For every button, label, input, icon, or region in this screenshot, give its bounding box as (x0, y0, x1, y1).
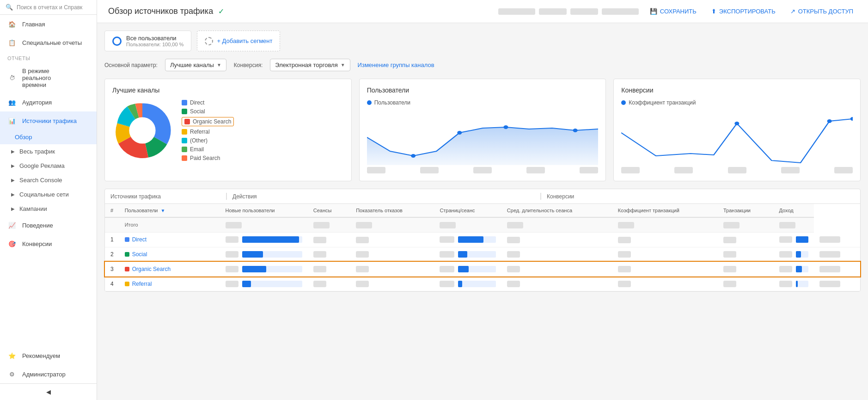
legend-paid[interactable]: Paid Search (182, 155, 234, 161)
sidebar-sub-searchconsole[interactable]: ▶ Search Console (0, 173, 97, 187)
th-num[interactable]: # (105, 204, 119, 217)
sidebar-item-recommendations[interactable]: ⭐ Рекомендуем (0, 346, 97, 365)
users-x-label-4 (526, 167, 545, 173)
conv-x-label-4 (781, 167, 800, 173)
th-channel[interactable]: Пользователи ▼ (119, 204, 220, 217)
sidebar-collapse-btn[interactable]: ◀ (0, 383, 97, 400)
row-bounce (434, 277, 501, 291)
export-button[interactable]: ⬆ ЭКСПОРТИРОВАТЬ (708, 6, 779, 17)
sidebar-nav-special[interactable]: 📋 Специальные отчеты (0, 33, 97, 52)
users-legend-item: Пользователи (367, 99, 410, 106)
expand-icon-4: ▶ (11, 192, 15, 197)
content-area: Все пользователи Пользователи: 100,00 % … (97, 23, 868, 400)
th-bounce[interactable]: Показатель отказов (350, 204, 434, 217)
th-users[interactable]: Новые пользователи (220, 204, 308, 217)
totals-channel: Итого (119, 217, 220, 232)
change-group-link[interactable]: Изменение группы каналов (358, 62, 434, 68)
row-channel[interactable]: Referral (119, 277, 220, 291)
sidebar-sub-campaigns[interactable]: ▶ Кампании (0, 202, 97, 216)
legend-direct[interactable]: Direct (182, 99, 234, 106)
sidebar-item-traffic[interactable]: 📊 Источники трафика (0, 111, 97, 130)
sidebar: 🔍 Поиск в отчетах и Справк 🏠 Главная 📋 С… (0, 0, 97, 400)
pie-chart-svg (112, 100, 172, 160)
users-legend: Пользователи (367, 99, 599, 106)
sidebar-sub-googleads[interactable]: ▶ Google Реклама (0, 159, 97, 173)
th-revenue[interactable]: Доход (774, 204, 814, 217)
conv-x-label-5 (834, 167, 853, 173)
export-label: ЭКСПОРТИРОВАТЬ (719, 8, 776, 15)
th-convrate[interactable]: Коэффициент транзакций (612, 204, 718, 217)
table-row[interactable]: 3Organic Search (105, 262, 860, 277)
sidebar-item-conversions[interactable]: 🎯 Конверсии (0, 234, 97, 253)
behavior-icon: 📈 (7, 221, 17, 230)
primary-select[interactable]: Лучшие каналы ▼ (165, 59, 226, 71)
sidebar-sub-social[interactable]: ▶ Социальные сети (0, 187, 97, 202)
conv-dot-2 (827, 119, 832, 123)
share-button[interactable]: ↗ ОТКРЫТЬ ДОСТУП (787, 6, 857, 17)
sidebar-item-behavior[interactable]: 📈 Поведение (0, 216, 97, 234)
add-segment-btn[interactable]: + Добавить сегмент (197, 31, 280, 51)
primary-label: Основной параметр: (104, 62, 158, 68)
save-button[interactable]: 💾 СОХРАНИТЬ (646, 6, 700, 17)
row-channel[interactable]: Direct (119, 232, 220, 247)
sort-arrow-users: ▼ (161, 208, 165, 213)
sidebar-label-social: Социальные сети (19, 191, 69, 198)
search-bar[interactable]: 🔍 Поиск в отчетах и Справк (0, 0, 97, 15)
users-legend-label: Пользователи (374, 99, 410, 106)
conversion-select[interactable]: Электронная торговля ▼ (270, 59, 350, 71)
row-transactions (774, 247, 814, 262)
th-transactions[interactable]: Транзакции (718, 204, 774, 217)
legend-organic[interactable]: Organic Search (182, 117, 234, 126)
sidebar-label-alltraffic: Весь трафик (19, 148, 55, 155)
row-num: 3 (105, 262, 119, 277)
expand-icon-3: ▶ (11, 178, 15, 183)
blurred-t1 (226, 222, 242, 228)
th-bounce-label: Показатель отказов (356, 208, 403, 213)
sidebar-item-audience[interactable]: 👥 Аудитория (0, 93, 97, 111)
sidebar-label-overview: Обзор (15, 134, 32, 141)
sidebar-sub-overview[interactable]: Обзор (0, 130, 97, 144)
th-newusers-label: Новые пользователи (226, 208, 275, 213)
sidebar-label-behavior: Поведение (22, 222, 53, 229)
sidebar-nav-home[interactable]: 🏠 Главная (0, 15, 97, 33)
row-num: 2 (105, 247, 119, 262)
row-new-users (308, 232, 351, 247)
row-pages (501, 262, 612, 277)
row-sessions (350, 277, 434, 291)
table-row[interactable]: 4Referral (105, 277, 860, 291)
recommendations-icon: ⭐ (7, 351, 17, 360)
blurred-t5 (507, 222, 523, 228)
blurred-date-1 (498, 8, 535, 15)
legend-email[interactable]: Email (182, 146, 234, 153)
users-x-label-5 (580, 167, 598, 173)
table-row[interactable]: 1Direct (105, 232, 860, 247)
main-content: Обзор источников трафика ✓ 💾 СОХРАНИТЬ ⬆… (97, 0, 868, 400)
th-revenue-label: Доход (779, 208, 794, 213)
sidebar-item-realtime[interactable]: ⏱ В режимереальноговремени (0, 63, 97, 93)
totals-pages (501, 217, 612, 232)
legend-color-direct (182, 100, 187, 105)
conversions-chart-svg (621, 110, 853, 165)
section-conversions-label: Конверсии (547, 193, 574, 200)
row-channel[interactable]: Social (119, 247, 220, 262)
share-label: ОТКРЫТЬ ДОСТУП (798, 8, 853, 15)
th-convrate-label: Коэффициент транзакций (618, 208, 679, 213)
th-pages[interactable]: Страниц/сеанс (434, 204, 501, 217)
row-num: 1 (105, 232, 119, 247)
sidebar-item-admin[interactable]: ⚙ Администратор (0, 365, 97, 383)
legend-referral[interactable]: Referral (182, 129, 234, 135)
page-title-text: Обзор источников трафика (108, 6, 213, 16)
row-channel[interactable]: Organic Search (119, 262, 220, 277)
users-x-label-3 (473, 167, 492, 173)
expand-icon-2: ▶ (11, 163, 15, 168)
users-card: Пользователи Пользователи (359, 79, 606, 181)
blurred-date-2 (539, 8, 567, 15)
sidebar-sub-alltraffic[interactable]: ▶ Весь трафик (0, 144, 97, 159)
th-sessions[interactable]: Сеансы (308, 204, 351, 217)
table-row[interactable]: 2Social (105, 247, 860, 262)
all-users-segment[interactable]: Все пользователи Пользователи: 100,00 % (104, 31, 191, 51)
legend-social[interactable]: Social (182, 108, 234, 115)
legend-other[interactable]: (Other) (182, 137, 234, 144)
data-table: # Пользователи ▼ Новые пользователи Сеан… (105, 204, 860, 291)
th-duration[interactable]: Сред. длительность сеанса (501, 204, 612, 217)
